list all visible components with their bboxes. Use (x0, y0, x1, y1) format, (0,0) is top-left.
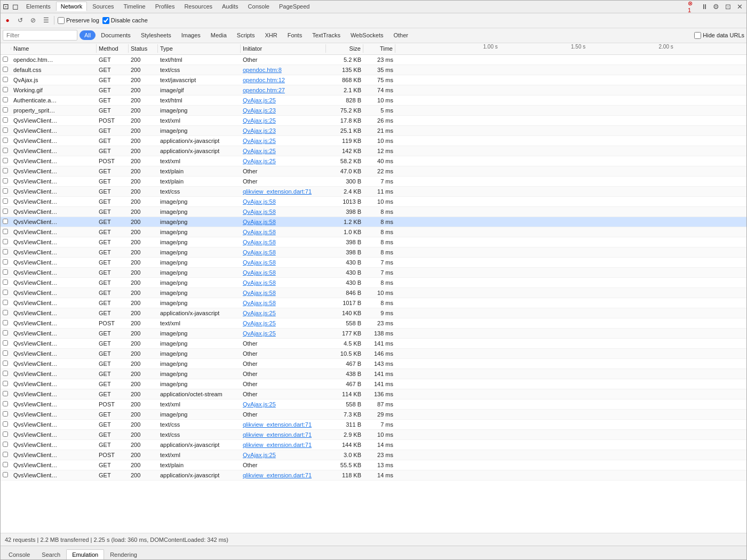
row-initiator[interactable]: QvAjax.js:58 (241, 299, 326, 307)
row-check[interactable] (1, 441, 11, 449)
table-row[interactable]: QvsViewClient… GET 200 image/png Other 1… (1, 349, 746, 359)
row-check[interactable] (1, 350, 11, 357)
row-initiator[interactable]: opendoc.htm:12 (241, 76, 326, 84)
bottom-tab-rendering[interactable]: Rendering (104, 549, 143, 559)
table-row[interactable]: QvsViewClient… GET 200 image/png QvAjax.… (1, 288, 746, 298)
row-check[interactable] (1, 66, 11, 74)
row-initiator[interactable]: QvAjax.js:58 (241, 208, 326, 215)
table-row[interactable]: property_sprit… GET 200 image/png QvAjax… (1, 106, 746, 116)
filter-input[interactable] (3, 30, 77, 41)
table-row[interactable]: QvsViewClient… GET 200 text/plain Other … (1, 166, 746, 177)
header-method[interactable]: Method (97, 44, 129, 53)
table-row[interactable]: QvsViewClient… POST 200 text/xml QvAjax.… (1, 156, 746, 166)
row-check[interactable] (1, 451, 11, 459)
table-row[interactable]: QvsViewClient… GET 200 application/x-jav… (1, 440, 746, 450)
row-check[interactable] (1, 299, 11, 307)
filter-texttracks[interactable]: TextTracks (307, 30, 345, 40)
settings-icon[interactable]: ⚙ (711, 2, 721, 11)
row-check[interactable] (1, 309, 11, 317)
bottom-tab-search[interactable]: Search (36, 549, 66, 559)
row-initiator[interactable]: QvAjax.js:58 (241, 218, 326, 226)
row-initiator[interactable]: opendoc.htm:8 (241, 66, 326, 74)
bottom-tab-emulation[interactable]: Emulation (66, 549, 104, 559)
table-row[interactable]: QvsViewClient… GET 200 image/png QvAjax.… (1, 329, 746, 339)
row-check[interactable] (1, 198, 11, 205)
row-check[interactable] (1, 259, 11, 266)
filter-media[interactable]: Media (206, 30, 232, 40)
tab-network[interactable]: Network (56, 2, 87, 11)
table-row[interactable]: QvsViewClient… GET 200 image/png QvAjax.… (1, 227, 746, 237)
row-check[interactable] (1, 330, 11, 337)
row-check[interactable] (1, 431, 11, 438)
row-check[interactable] (1, 167, 11, 175)
row-initiator[interactable]: QvAjax.js:58 (241, 198, 326, 205)
row-check[interactable] (1, 127, 11, 134)
table-row[interactable]: QvsViewClient… GET 200 application/x-jav… (1, 470, 746, 481)
filter-images[interactable]: Images (177, 30, 205, 40)
table-row[interactable]: QvsViewClient… GET 200 image/png Other 4… (1, 359, 746, 369)
row-initiator[interactable]: QvAjax.js:23 (241, 107, 326, 114)
table-row[interactable]: QvAjax.js GET 200 text/javascript opendo… (1, 75, 746, 85)
row-initiator[interactable]: QvAjax.js:25 (241, 147, 326, 155)
table-row[interactable]: QvsViewClient… GET 200 text/plain Other … (1, 177, 746, 187)
row-initiator[interactable]: QvAjax.js:25 (241, 330, 326, 337)
hide-data-urls-input[interactable] (694, 32, 701, 39)
table-row[interactable]: QvsViewClient… GET 200 image/png QvAjax.… (1, 247, 746, 258)
row-initiator[interactable]: QvAjax.js:25 (241, 137, 326, 145)
row-initiator[interactable]: QvAjax.js:58 (241, 269, 326, 276)
row-check[interactable] (1, 370, 11, 378)
row-check[interactable] (1, 178, 11, 185)
row-check[interactable] (1, 471, 11, 479)
row-initiator[interactable]: qlikview_extension.dart:71 (241, 188, 326, 195)
table-row[interactable]: QvsViewClient… POST 200 text/xml QvAjax.… (1, 318, 746, 329)
row-check[interactable] (1, 137, 11, 145)
filter-scripts[interactable]: Scripts (232, 30, 260, 40)
row-initiator[interactable]: qlikview_extension.dart:71 (241, 421, 326, 428)
close-icon[interactable]: ✕ (735, 2, 744, 11)
table-row[interactable]: Authenticate.a… GET 200 text/html QvAjax… (1, 95, 746, 106)
row-initiator[interactable]: QvAjax.js:58 (241, 259, 326, 266)
table-row[interactable]: QvsViewClient… GET 200 image/png QvAjax.… (1, 126, 746, 136)
tab-sources[interactable]: Sources (88, 2, 118, 11)
row-check[interactable] (1, 218, 11, 226)
row-initiator[interactable]: QvAjax.js:25 (241, 157, 326, 165)
filter-websockets[interactable]: WebSockets (346, 30, 388, 40)
table-row[interactable]: QvsViewClient… POST 200 text/xml QvAjax.… (1, 399, 746, 410)
row-check[interactable] (1, 208, 11, 215)
row-check[interactable] (1, 249, 11, 256)
record-button[interactable]: ● (3, 15, 12, 25)
row-check[interactable] (1, 56, 11, 63)
table-row[interactable]: QvsViewClient… GET 200 application/octet… (1, 389, 746, 399)
table-row[interactable]: QvsViewClient… GET 200 image/png QvAjax.… (1, 207, 746, 217)
list-view-button[interactable]: ☰ (41, 15, 51, 25)
header-timeline[interactable]: 1.00 s 1.50 s 2.00 s (395, 43, 746, 55)
row-initiator[interactable]: QvAjax.js:25 (241, 451, 326, 459)
table-row[interactable]: QvsViewClient… GET 200 image/png Other 4… (1, 369, 746, 379)
dock-icon[interactable]: ⊡ (723, 2, 733, 11)
header-name[interactable]: Name (11, 44, 97, 53)
row-initiator[interactable]: QvAjax.js:25 (241, 309, 326, 317)
tab-timeline[interactable]: Timeline (120, 2, 150, 11)
row-initiator[interactable]: QvAjax.js:23 (241, 127, 326, 134)
row-check[interactable] (1, 401, 11, 408)
clear-button[interactable]: ↺ (15, 15, 25, 25)
row-check[interactable] (1, 289, 11, 297)
table-row[interactable]: QvsViewClient… GET 200 image/png QvAjax.… (1, 278, 746, 288)
table-row[interactable]: QvsViewClient… GET 200 application/x-jav… (1, 308, 746, 318)
disable-cache-input[interactable] (102, 17, 109, 24)
header-time[interactable]: Time (363, 44, 395, 53)
row-initiator[interactable]: qlikview_extension.dart:71 (241, 471, 326, 479)
table-row[interactable]: QvsViewClient… POST 200 text/xml QvAjax.… (1, 116, 746, 126)
row-initiator[interactable]: QvAjax.js:58 (241, 238, 326, 246)
row-check[interactable] (1, 97, 11, 104)
row-check[interactable] (1, 340, 11, 347)
bottom-tab-console[interactable]: Console (3, 549, 36, 559)
table-row[interactable]: QvsViewClient… GET 200 image/png QvAjax.… (1, 258, 746, 268)
filter-other[interactable]: Other (389, 30, 414, 40)
filter-fonts[interactable]: Fonts (283, 30, 307, 40)
preserve-log-checkbox[interactable]: Preserve log (58, 17, 99, 24)
row-initiator[interactable]: QvAjax.js:58 (241, 279, 326, 286)
tab-elements[interactable]: Elements (22, 2, 55, 11)
row-check[interactable] (1, 117, 11, 124)
tab-resources[interactable]: Resources (180, 2, 217, 11)
